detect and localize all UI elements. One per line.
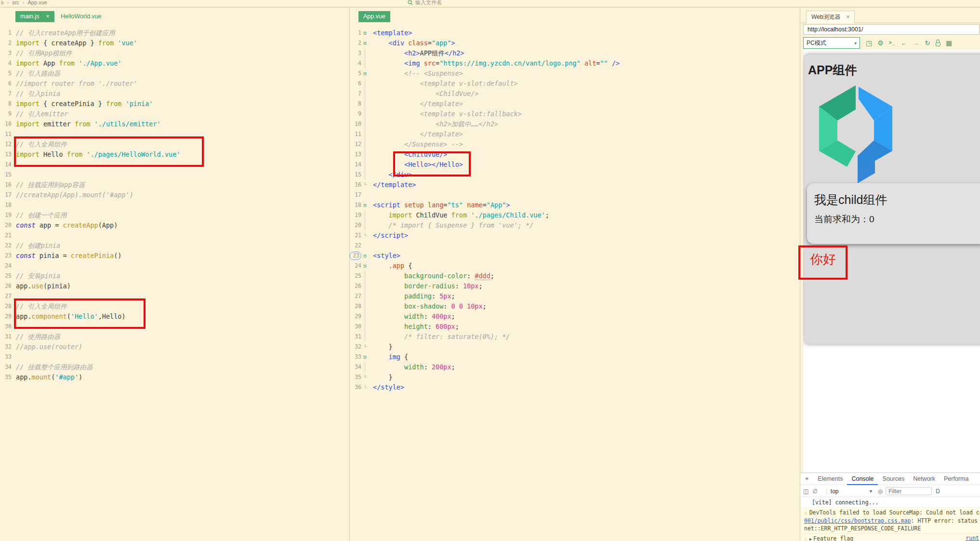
code-line[interactable]: 3// 引用App根组件 xyxy=(0,48,349,58)
code-line[interactable]: 36└</style> xyxy=(350,382,800,392)
terminal-icon[interactable]: >_ xyxy=(889,39,895,47)
code-line[interactable]: 7 <ChildVue/> xyxy=(350,89,800,99)
code-line[interactable]: 10 <h2>加载中……</h2> xyxy=(350,119,800,129)
code-line[interactable]: 20const app = createApp(App) xyxy=(0,220,349,230)
code-line[interactable]: 34 width: 200px; xyxy=(350,362,800,372)
code-line[interactable]: 2⊟ <div class="app"> xyxy=(350,38,800,48)
forward-icon[interactable]: → xyxy=(913,39,919,47)
console-link[interactable]: 001/public/css/bootstrap.css.map xyxy=(804,517,911,524)
code-line[interactable]: 4import App from './App.vue' xyxy=(0,58,349,68)
device-mode-select[interactable]: PC模式 ▾ xyxy=(803,37,860,49)
code-line[interactable]: 13import Hello from './pages/HelloWorld.… xyxy=(0,149,349,160)
code-line[interactable]: 25// 安装pinia xyxy=(0,271,349,281)
code-line[interactable]: 7// 引入pinia xyxy=(0,89,349,99)
gear-icon[interactable]: ⚙ xyxy=(877,39,884,47)
code-line[interactable]: 22 xyxy=(350,241,800,251)
code-area-main-js[interactable]: 1// 引入createApp用于创建应用2import { createApp… xyxy=(0,28,349,382)
code-line[interactable]: 18 xyxy=(0,200,349,210)
code-line[interactable]: 19 import ChildVue from './pages/Child.v… xyxy=(350,210,800,220)
console-sidebar-icon[interactable]: ◫ xyxy=(803,488,808,495)
code-line[interactable]: 9 <template v-slot:fallback> xyxy=(350,109,800,119)
unlock-icon[interactable] xyxy=(936,42,940,46)
code-line[interactable]: 35└ } xyxy=(350,372,800,382)
fold-toggle-icon[interactable]: ⊟ xyxy=(361,38,369,48)
code-line[interactable]: 17//createApp(App).mount('#app') xyxy=(0,190,349,200)
code-line[interactable]: 6//import router from './router' xyxy=(0,79,349,89)
code-line[interactable]: 18⊟<script setup lang="ts" name="App"> xyxy=(350,200,800,210)
code-line[interactable]: 23⊟<style> xyxy=(350,251,800,261)
code-line[interactable]: 32//app.use(router) xyxy=(0,342,349,352)
console-filter-input[interactable] xyxy=(886,487,932,495)
code-line[interactable]: 8import { createPinia } from 'pinia' xyxy=(0,99,349,109)
code-line[interactable]: 12 </Suspense> --> xyxy=(350,139,800,149)
log-levels-label[interactable]: D xyxy=(936,488,940,495)
breadcrumb-item[interactable]: s xyxy=(1,0,4,5)
devtools-tab-console[interactable]: Console xyxy=(847,473,878,485)
code-line[interactable]: 31 /* filter: saturate(0%); */ xyxy=(350,332,800,342)
code-line[interactable]: 24⊟ .app { xyxy=(350,261,800,271)
fold-toggle-icon[interactable]: ⊟ xyxy=(361,68,369,79)
code-line[interactable]: 28 box-shadow: 0 0 10px; xyxy=(350,301,800,311)
code-line[interactable]: 4 <img src="https://img.yzcdn.cn/vant/lo… xyxy=(350,58,800,68)
code-line[interactable]: 1⊟<template> xyxy=(350,28,800,38)
code-line[interactable]: 19// 创建一个应用 xyxy=(0,210,349,220)
clear-console-icon[interactable]: ∅ xyxy=(812,488,817,495)
close-icon[interactable]: × xyxy=(846,14,849,20)
code-line[interactable]: 25 background-color: #ddd; xyxy=(350,271,800,281)
breadcrumb-item[interactable]: src xyxy=(12,0,19,5)
code-line[interactable]: 26app.use(pinia) xyxy=(0,281,349,291)
code-line[interactable]: 34// 挂载整个应用到路由器 xyxy=(0,362,349,372)
devtools-tab-elements[interactable]: Elements xyxy=(813,473,847,485)
context-select[interactable]: top ▼ xyxy=(829,487,875,496)
code-line[interactable]: 16└</template> xyxy=(350,180,800,190)
code-line[interactable]: 24 xyxy=(0,261,349,271)
code-line[interactable]: 16// 挂载应用到app容器 xyxy=(0,180,349,190)
code-line[interactable]: 3 <h2>APP组件</h2> xyxy=(350,48,800,58)
inspect-element-icon[interactable]: ⌖ xyxy=(805,475,808,483)
code-line[interactable]: 12// 引入全局组件 xyxy=(0,139,349,149)
code-line[interactable]: 9// 引入emitter xyxy=(0,109,349,119)
code-line[interactable]: 30 xyxy=(0,322,349,332)
code-line[interactable]: 6 <template v-slot:default> xyxy=(350,79,800,89)
code-line[interactable]: 11 xyxy=(0,129,349,139)
fold-toggle-icon[interactable]: ⊟ xyxy=(361,261,369,271)
code-line[interactable]: 15 </div> xyxy=(350,170,800,180)
open-in-new-icon[interactable]: ◳ xyxy=(866,39,872,47)
devtools-tab-sources[interactable]: Sources xyxy=(878,473,909,485)
devtools-tab-network[interactable]: Network xyxy=(909,473,940,485)
url-input[interactable] xyxy=(803,24,980,35)
code-line[interactable]: 32└ } xyxy=(350,342,800,352)
file-search-box[interactable]: 输入文件名 xyxy=(408,0,442,6)
tab-helloworld-vue[interactable]: HelloWorld.vue xyxy=(56,11,106,22)
breadcrumb-item[interactable]: App.vue xyxy=(28,0,47,5)
code-line[interactable]: 20 /* import { Suspense } from 'vue'; */ xyxy=(350,220,800,230)
tab-app-vue[interactable]: App.vue xyxy=(358,11,390,22)
code-line[interactable]: 28// 引入全局组件 xyxy=(0,301,349,311)
code-line[interactable]: 5⊟ <!-- <Suspense> xyxy=(350,68,800,79)
code-line[interactable]: 23const pinia = createPinia() xyxy=(0,251,349,261)
code-line[interactable]: 33 xyxy=(0,352,349,362)
grid-icon[interactable]: ▦ xyxy=(946,39,952,47)
code-line[interactable]: 21└</script> xyxy=(350,230,800,241)
close-icon[interactable]: × xyxy=(46,13,50,20)
code-line[interactable]: 8 </template> xyxy=(350,99,800,109)
code-line[interactable]: 17 xyxy=(350,190,800,200)
code-line[interactable]: 14 xyxy=(0,160,349,170)
code-line[interactable]: 10import emitter from './utils/emitter' xyxy=(0,119,349,129)
code-line[interactable]: 29 width: 400px; xyxy=(350,311,800,322)
code-line[interactable]: 14 <Hello></Hello> xyxy=(350,160,800,170)
fold-toggle-icon[interactable]: ⊟ xyxy=(361,251,369,261)
code-line[interactable]: 35app.mount('#app') xyxy=(0,372,349,382)
fold-toggle-icon[interactable]: ⊟ xyxy=(361,200,369,210)
code-line[interactable]: 21 xyxy=(0,230,349,241)
tab-web-browser[interactable]: Web浏览器× xyxy=(806,11,855,23)
code-line[interactable]: 1// 引入createApp用于创建应用 xyxy=(0,28,349,38)
code-line[interactable]: 26 border-radius: 10px; xyxy=(350,281,800,291)
code-line[interactable]: 31// 使用路由器 xyxy=(0,332,349,342)
code-line[interactable]: 13 <ChildVue/> xyxy=(350,149,800,160)
code-line[interactable]: 27 xyxy=(0,291,349,301)
code-line[interactable]: 29app.component('Hello',Hello) xyxy=(0,311,349,322)
back-icon[interactable]: ← xyxy=(901,39,907,47)
code-area-app-vue[interactable]: 1⊟<template>2⊟ <div class="app">3 <h2>AP… xyxy=(350,28,800,392)
code-line[interactable]: 5// 引入路由器 xyxy=(0,68,349,79)
